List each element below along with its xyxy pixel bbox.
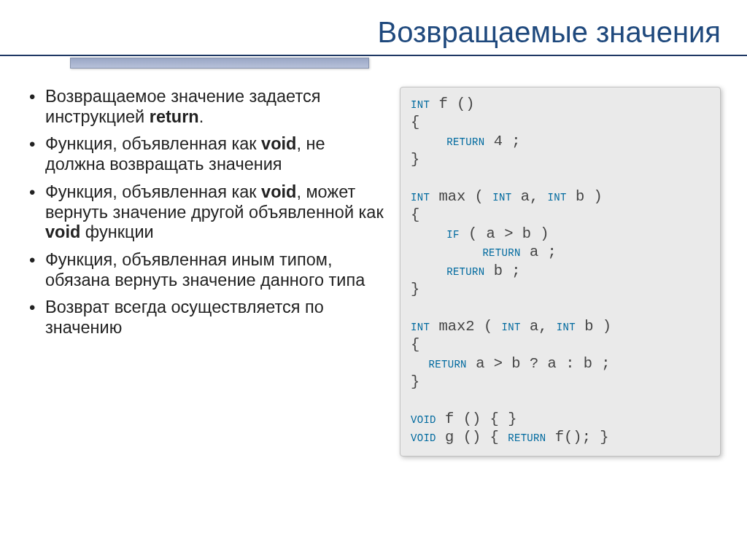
code-text: }: [411, 151, 419, 168]
code-text: f () { }: [436, 411, 517, 427]
code-text: }: [411, 373, 419, 390]
page-title: Возвращаемые значения: [0, 0, 747, 55]
kw-return: return: [446, 133, 484, 149]
code-text: b ): [576, 318, 611, 335]
text: Функция, объявленная как: [45, 134, 261, 153]
list-item: Функция, объявленная как void, может вер…: [26, 182, 384, 243]
text: Функция, объявленная иным типом, обязана…: [45, 250, 365, 289]
kw-return: return: [482, 244, 520, 260]
kw-int: int: [411, 188, 430, 205]
keyword-void: void: [261, 134, 296, 153]
list-item: Функция, объявленная иным типом, обязана…: [26, 250, 384, 290]
code-text: ( a > b ): [460, 225, 549, 242]
kw-int: int: [557, 318, 576, 335]
kw-return: return: [446, 262, 484, 279]
divider-line: [0, 55, 747, 56]
title-divider: [0, 55, 747, 68]
code-text: g () {: [436, 429, 508, 446]
content-row: Возвращаемое значение задается инструкци…: [0, 87, 747, 456]
list-item: Возвращаемое значение задается инструкци…: [26, 87, 384, 127]
code-text: a,: [521, 318, 557, 335]
kw-int: int: [492, 188, 511, 205]
code-panel: int f () { return 4 ; } int max ( int a,…: [400, 87, 721, 456]
kw-return: return: [508, 429, 546, 446]
code-text: {: [411, 336, 419, 353]
keyword-void: void: [45, 222, 80, 241]
kw-int: int: [548, 188, 567, 205]
kw-int: int: [502, 318, 521, 335]
text: .: [199, 107, 204, 126]
keyword-void: void: [261, 182, 296, 201]
kw-int: int: [411, 318, 430, 335]
code-text: max2 (: [430, 318, 501, 335]
code-text: {: [411, 206, 419, 223]
code-text: f (): [430, 96, 475, 112]
bullet-column: Возвращаемое значение задается инструкци…: [26, 87, 384, 456]
kw-void: void: [411, 429, 436, 446]
code-text: 4 ;: [484, 133, 520, 149]
bullet-list: Возвращаемое значение задается инструкци…: [26, 87, 384, 338]
list-item: Возврат всегда осуществляется по значени…: [26, 298, 384, 338]
kw-void: void: [411, 411, 436, 427]
kw-if: if: [446, 225, 459, 242]
divider-accent: [70, 58, 369, 69]
code-text: max (: [430, 188, 492, 205]
code-text: }: [411, 281, 419, 298]
text: Возврат всегда осуществляется по значени…: [45, 298, 324, 337]
text: Функция, объявленная как: [45, 182, 261, 201]
code-text: a,: [511, 188, 547, 205]
code-text: {: [411, 114, 419, 131]
text: функции: [80, 222, 153, 241]
code-text: f(); }: [546, 429, 608, 446]
keyword-return: return: [150, 107, 199, 126]
code-text: a > b ? a : b ;: [467, 355, 611, 372]
list-item: Функция, объявленная как void, не должна…: [26, 134, 384, 174]
kw-return: return: [429, 355, 467, 372]
code-text: a ;: [521, 244, 557, 260]
code-text: b ): [567, 188, 603, 205]
code-text: b ;: [484, 262, 520, 279]
kw-int: int: [411, 96, 430, 112]
